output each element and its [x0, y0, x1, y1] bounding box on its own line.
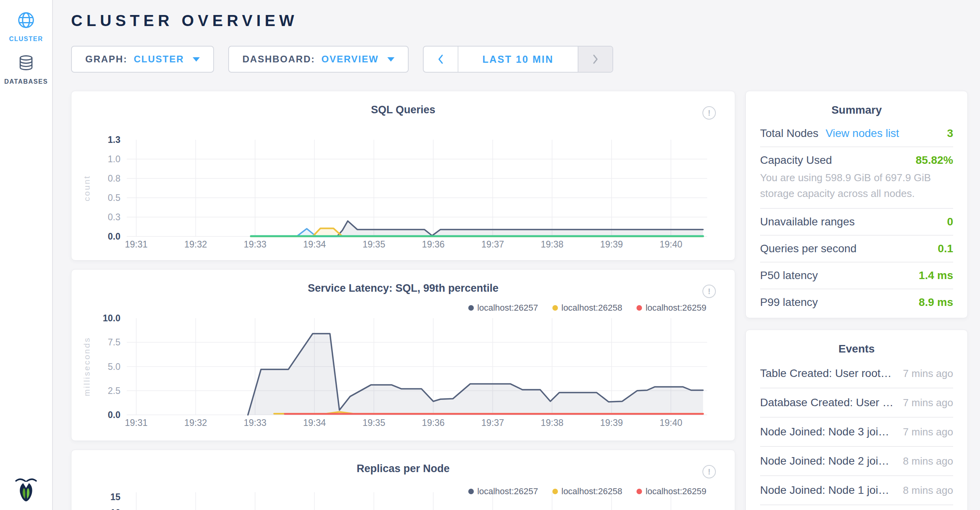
legend-dot [468, 489, 474, 494]
legend-item[interactable]: localhost:26257 [468, 303, 538, 313]
sidebar-item-label: CLUSTER [9, 36, 43, 43]
sidebar-item-databases[interactable]: DATABASES [0, 54, 52, 85]
graph-dropdown-value: CLUSTER [134, 54, 184, 65]
summary-row-label: Total Nodes [760, 127, 819, 140]
main-content: CLUSTER OVERVIEW GRAPH: CLUSTER DASHBOAR… [53, 0, 980, 510]
legend-dot [552, 305, 558, 311]
summary-row-label: P50 latency [760, 269, 818, 282]
legend-label: localhost:26257 [477, 303, 538, 313]
x-tick-label: 19:33 [244, 418, 267, 428]
x-tick-label: 19:40 [659, 418, 682, 428]
summary-row-capacity-used: Capacity Used 85.82% You are using 598.9… [760, 147, 953, 209]
x-tick-label: 19:38 [541, 418, 564, 428]
summary-rows: Total Nodes View nodes list 3 Capacity U… [746, 116, 967, 318]
x-tick-label: 19:38 [541, 239, 564, 249]
event-row[interactable]: Node Joined: Node 1 joined... 8 mins ago [760, 476, 953, 505]
time-range-prev-button[interactable] [424, 47, 458, 72]
time-range-next-button[interactable] [578, 47, 612, 72]
chart-title: SQL Queries [71, 104, 735, 116]
sidebar-item-cluster[interactable]: CLUSTER [0, 11, 52, 43]
legend-item[interactable]: localhost:26257 [468, 486, 538, 497]
cockroachdb-logo[interactable] [15, 476, 38, 504]
summary-row-p99-latency: P99 latency 8.9 ms [760, 289, 953, 315]
summary-panel: Summary Total Nodes View nodes list 3 Ca… [745, 91, 968, 318]
chart-title: Service Latency: SQL, 99th percentile [71, 282, 735, 294]
dashboard-dropdown[interactable]: DASHBOARD: OVERVIEW [228, 46, 409, 73]
y-tick-label: 1.3 [108, 135, 120, 145]
legend-item[interactable]: localhost:26258 [552, 486, 622, 497]
event-row[interactable]: Database Created: User roo... 7 mins ago [760, 388, 953, 418]
x-tick-label: 19:32 [184, 239, 207, 249]
summary-row-label: Capacity Used [760, 154, 832, 167]
summary-title: Summary [746, 91, 967, 116]
database-icon [18, 54, 34, 73]
x-tick-label: 19:31 [125, 418, 148, 428]
legend-label: localhost:26258 [561, 303, 622, 313]
x-tick-label: 19:35 [362, 239, 385, 249]
x-tick-label: 19:39 [600, 418, 623, 428]
graph-dropdown[interactable]: GRAPH: CLUSTER [71, 46, 214, 73]
view-nodes-list-link[interactable]: View nodes list [826, 127, 899, 140]
x-tick-label: 19:36 [422, 239, 445, 249]
legend-label: localhost:26259 [646, 486, 706, 497]
event-time: 7 mins ago [903, 368, 953, 380]
legend-dot [636, 305, 642, 311]
right-column: Summary Total Nodes View nodes list 3 Ca… [745, 91, 968, 510]
x-tick-label: 19:39 [600, 239, 623, 249]
legend-item[interactable]: localhost:26259 [636, 486, 706, 497]
event-time: 7 mins ago [903, 426, 953, 438]
service-latency-chart: 10.07.55.02.50.0milliseconds19:3119:3219… [71, 270, 735, 441]
legend-label: localhost:26259 [646, 303, 706, 313]
legend-item[interactable]: localhost:26259 [636, 303, 706, 313]
event-time: 7 mins ago [903, 397, 953, 409]
event-title: Node Joined: Node 1 joined... [760, 484, 903, 497]
controls-bar: GRAPH: CLUSTER DASHBOARD: OVERVIEW LAST … [71, 46, 980, 73]
y-axis-title: milliseconds [82, 337, 91, 396]
globe-icon [17, 11, 35, 31]
chevron-left-icon [437, 53, 444, 65]
legend-dot [552, 489, 558, 494]
summary-row-total-nodes: Total Nodes View nodes list 3 [760, 120, 953, 147]
chevron-down-icon [387, 57, 394, 62]
legend-dot [636, 489, 642, 494]
event-row[interactable]: Table Created: User root cre... 7 mins a… [760, 359, 953, 388]
chart-card-sql-queries: 1.31.00.80.50.30.0count19:3119:3219:3319… [71, 91, 735, 261]
chart-canvas: 10.07.55.02.50.0milliseconds19:3119:3219… [71, 270, 735, 441]
summary-row-value: 8.9 ms [919, 296, 953, 309]
y-tick-label: 0.8 [108, 173, 120, 184]
y-tick-label: 15 [110, 492, 120, 502]
legend-label: localhost:26257 [477, 486, 538, 497]
dashboard-dropdown-value: OVERVIEW [321, 54, 379, 65]
y-tick-label: 1.0 [108, 154, 120, 164]
series-area-localhost:26257 [248, 334, 703, 415]
x-tick-label: 19:40 [659, 239, 682, 249]
info-icon[interactable]: ! [702, 106, 716, 120]
info-icon[interactable]: ! [702, 285, 716, 298]
y-tick-label: 0.3 [108, 212, 120, 222]
capacity-used-description: You are using 598.9 GiB of 697.9 GiB sto… [760, 170, 950, 201]
x-tick-label: 19:33 [244, 239, 267, 249]
chevron-right-icon [592, 53, 599, 65]
y-tick-label: 2.5 [108, 386, 120, 396]
chart-legend: localhost:26257localhost:26258localhost:… [468, 303, 706, 313]
summary-row-value: 1.4 ms [919, 269, 953, 282]
x-tick-label: 19:32 [184, 418, 207, 428]
y-tick-label: 10.0 [103, 313, 120, 323]
legend-item[interactable]: localhost:26258 [552, 303, 622, 313]
chart-title: Replicas per Node [71, 463, 735, 475]
sidebar-item-label: DATABASES [4, 78, 48, 85]
dashboard-dropdown-label: DASHBOARD: [242, 54, 315, 65]
time-range-label[interactable]: LAST 10 MIN [458, 47, 578, 72]
event-title: Table Created: User root cre... [760, 367, 903, 380]
event-row[interactable]: Node Joined: Node 3 joined... 7 mins ago [760, 418, 953, 447]
info-icon[interactable]: ! [702, 465, 716, 478]
event-title: Database Created: User roo... [760, 396, 903, 409]
summary-row-value: 0.1 [938, 242, 953, 255]
x-tick-label: 19:31 [125, 239, 148, 249]
chart-card-replicas-per-node: 1510 Replicas per Node ! localhost:26257… [71, 450, 735, 510]
y-tick-label: 10 [110, 508, 120, 510]
x-tick-label: 19:37 [481, 418, 504, 428]
event-row[interactable]: Node Joined: Node 2 joined... 8 mins ago [760, 447, 953, 476]
chart-legend: localhost:26257localhost:26258localhost:… [468, 486, 706, 497]
page-title: CLUSTER OVERVIEW [71, 11, 980, 30]
